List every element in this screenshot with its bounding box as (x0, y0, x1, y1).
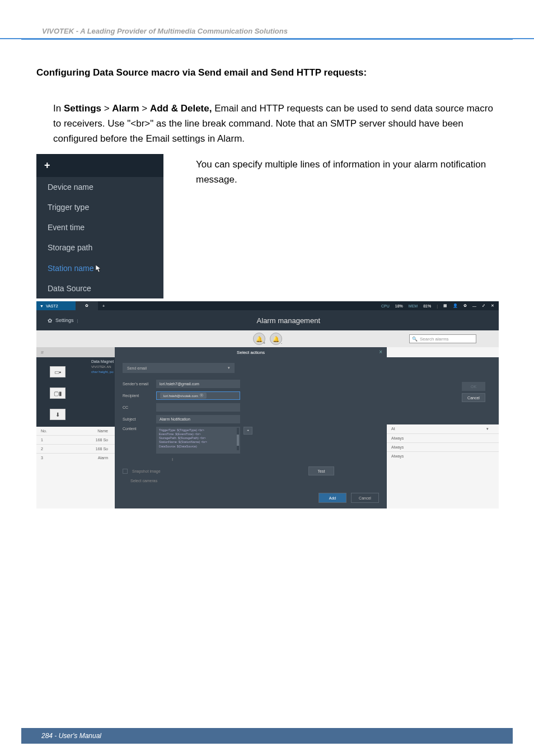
recipient-input[interactable]: lori.hsieh@vivotek.com ⓧ (156, 391, 240, 400)
gear-icon[interactable]: ✿ (463, 304, 467, 308)
at-dropdown-caret[interactable]: ▾ (474, 427, 494, 431)
table-row[interactable]: Always (387, 451, 499, 460)
app-status-right: CPU 18% MEM 81% | ▦ 👤 ✿ — ⤢ ✕ (381, 304, 499, 308)
cpu-label: CPU (381, 304, 390, 308)
page-title: Alarm management (78, 316, 499, 325)
mem-value: 81% (423, 304, 431, 308)
search-icon: 🔍 (412, 337, 418, 342)
search-input[interactable]: 🔍 Search alarms (409, 334, 476, 343)
cancel-button[interactable]: Cancel (351, 493, 379, 503)
text-cursor-icon: I (172, 457, 379, 462)
table-row[interactable]: Always (387, 442, 499, 451)
macro-item-device-name[interactable]: Device name (36, 177, 163, 197)
bell-icon: 🔔 (256, 336, 263, 342)
macro-plus-button[interactable]: + (36, 154, 163, 177)
user-icon[interactable]: 👤 (453, 304, 458, 308)
content-textarea[interactable]: TriggerType: $(TriggerType) <br> EventTi… (156, 427, 240, 454)
alarm-mode-toggle: 🔔 + 🔔 - (253, 333, 282, 345)
table-row[interactable]: 1 168 So (36, 435, 115, 444)
footer-text: 284 - User's Manual (41, 732, 101, 740)
remove-chip-icon[interactable]: ⓧ (200, 393, 203, 398)
macro-item-event-time[interactable]: Event time (36, 217, 163, 237)
col-no: No. (41, 429, 69, 433)
chevron-down-icon: ▾ (228, 366, 230, 370)
col-name: Name (69, 429, 110, 433)
if-label: If (41, 350, 43, 355)
cc-label: CC (123, 405, 156, 409)
dialog-header: Select actions × (115, 347, 387, 357)
select-actions-dialog: Data Magnet VIVOTEK AN char height, po S… (115, 347, 387, 508)
table-row[interactable]: 2 168 So (36, 444, 115, 453)
select-cameras-link[interactable]: Select cameras (123, 475, 379, 483)
snapshot-checkbox[interactable] (123, 469, 128, 474)
condition-icon-1[interactable]: ▭▪ (50, 366, 65, 377)
cursor-icon (96, 265, 102, 274)
app-tab-add[interactable]: + (98, 304, 109, 308)
content-label: Content (123, 427, 156, 431)
cancel-button-right[interactable]: Cancel (462, 393, 485, 402)
title-colon: : (363, 67, 367, 78)
minimize-icon[interactable]: — (472, 304, 476, 308)
macro-item-station-name[interactable]: Station name (36, 258, 163, 278)
test-button[interactable]: Test (308, 466, 334, 475)
plus-badge: + (263, 341, 265, 345)
alarm-list-table: No. Name 1 168 So 2 168 So 3 Alarm (36, 427, 115, 508)
sender-email-input[interactable]: lori.hsieh7@gmail.com (156, 380, 240, 388)
condition-icon-3[interactable]: ⬇ (50, 409, 65, 420)
app-screenshot: ▼ VAST2 ✿ + CPU 18% MEM 81% | ▦ 👤 ✿ — ⤢ … (36, 301, 499, 508)
condition-icon-2[interactable]: ▢▮ (50, 388, 65, 399)
recipient-label: Recipient (123, 394, 156, 398)
settings-label[interactable]: Settings (55, 318, 74, 323)
table-row[interactable]: Always (387, 433, 499, 442)
macro-item-trigger-type[interactable]: Trigger type (36, 197, 163, 217)
macro-item-data-source[interactable]: Data Source (36, 278, 163, 298)
dialog-close-button[interactable]: × (379, 349, 382, 355)
close-icon[interactable]: ✕ (491, 304, 494, 308)
minus-badge: - (281, 341, 282, 345)
macro-item-storage-path[interactable]: Storage path (36, 237, 163, 258)
ok-button[interactable]: OK (462, 382, 485, 391)
app-tab-settings-gear[interactable]: ✿ (76, 301, 98, 310)
cpu-value: 18% (395, 304, 403, 308)
vivotek-logo-icon: ▼ (40, 304, 44, 308)
settings-row: ✿ Settings | Alarm management (36, 310, 499, 330)
body-paragraph-1: In Settings > Alarm > Add & Delete, Emai… (53, 101, 498, 147)
add-alarm-button[interactable]: 🔔 + (253, 333, 265, 345)
recipient-chip[interactable]: lori.hsieh@vivotek.com ⓧ (160, 393, 207, 399)
page-header: VIVOTEK - A Leading Provider of Multimed… (42, 27, 288, 35)
cc-input[interactable] (156, 403, 240, 412)
search-placeholder: Search alarms (420, 337, 449, 342)
floating-paragraph: You can specify multiple lines of inform… (196, 157, 498, 187)
overlap-char-height: char height, po (91, 370, 114, 374)
table-row[interactable]: 3 Alarm (36, 453, 115, 462)
title-text: Configuring Data Source macro via Send e… (36, 67, 363, 78)
action-type-select[interactable]: Send email ▾ (123, 363, 235, 373)
page-footer: 284 - User's Manual (21, 728, 513, 744)
maximize-icon[interactable]: ⤢ (482, 304, 485, 308)
section-title: Configuring Data Source macro via Send e… (36, 67, 498, 78)
col-at: At (391, 427, 433, 431)
header-rule (21, 39, 513, 40)
subject-input[interactable]: Alarm Notification (156, 415, 240, 423)
scrollbar[interactable] (237, 428, 239, 450)
overlap-vivotek: VIVOTEK AN (91, 365, 111, 368)
add-button[interactable]: Add (318, 493, 346, 503)
mem-label: MEM (409, 304, 418, 308)
app-tab-bar: ▼ VAST2 ✿ + CPU 18% MEM 81% | ▦ 👤 ✿ — ⤢ … (36, 301, 499, 310)
remove-alarm-button[interactable]: 🔔 - (270, 333, 282, 345)
subject-label: Subject (123, 417, 156, 421)
bell-icon: 🔔 (273, 336, 279, 342)
sender-email-label: Sender's email (123, 382, 156, 386)
content-add-macro-button[interactable]: + (243, 427, 252, 435)
settings-gear-icon: ✿ (48, 318, 52, 324)
snapshot-label: Snapshot image (132, 469, 161, 473)
grid-icon[interactable]: ▦ (443, 304, 447, 308)
controls-row: 🔔 + 🔔 - 🔍 Search alarms (36, 330, 499, 347)
macro-dropdown: + Device name Trigger type Event time St… (36, 154, 163, 298)
overlap-data-magnet: Data Magnet (91, 360, 114, 363)
app-tab-vast2[interactable]: ▼ VAST2 (36, 301, 76, 310)
